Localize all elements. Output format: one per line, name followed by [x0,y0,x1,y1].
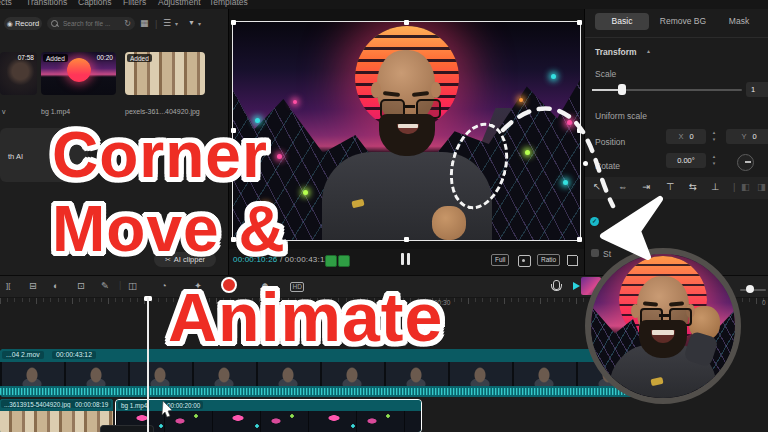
search-input[interactable] [61,19,121,28]
mirror-icon[interactable]: ◫ [128,280,137,291]
distribute-h-icon[interactable]: ⇆ [689,181,697,192]
align-bottom-icon[interactable]: ⊥ [711,181,719,192]
tab-basic[interactable]: Basic [595,13,649,30]
timeline-clip-bg-video-selected[interactable]: bg 1.mp4 00:00:20:00 [115,399,422,432]
rotate-dial[interactable] [737,154,754,171]
transform-handle[interactable] [404,237,409,242]
green-indicator[interactable] [338,255,350,267]
feature-toggle-on[interactable]: ✓ [590,217,599,226]
snapshot-icon[interactable] [518,255,531,267]
video-editor-window: Effects Transitions Captions Filters Adj… [0,0,768,432]
presenter-ear [431,82,441,98]
headline-line-1: Corner [52,118,268,192]
transform-handle[interactable] [404,20,409,25]
crop-icon[interactable]: ⊡ [77,280,85,291]
transform-handle[interactable] [577,237,582,242]
align-center-h-icon[interactable]: ⇔ [618,181,628,192]
stepper-down-icon[interactable]: ▾ [709,136,719,143]
timeline-clip-image[interactable]: ...3613915-5404920.jpg 00:00:08:19 [0,399,113,432]
rotate-stepper[interactable]: ▴ ▾ [709,153,719,168]
media-filename: pexels-361...404920.jpg [125,108,200,115]
avatar-ear [631,304,640,318]
menu-item-filters[interactable]: Filters [123,0,146,7]
timeline-clip-main-video[interactable]: ...04 2.mov 00:00:43:12 [0,349,646,397]
timeline-clip-partial[interactable] [100,425,154,432]
added-badge: Added [43,54,68,62]
mask-icon[interactable]: ◐ [53,280,59,291]
clip-waveform [0,386,646,397]
uniform-scale-label: Uniform scale [595,111,647,121]
collapse-icon[interactable]: ▴ [647,47,650,54]
stabilize-checkbox[interactable] [591,249,599,257]
divider [585,37,768,38]
search-icon [51,20,58,27]
stepper-up-icon[interactable]: ▴ [709,129,719,136]
transform-handle[interactable] [577,20,582,25]
transform-handle[interactable] [577,128,582,133]
headline-line-3: Animate [168,278,443,356]
align-select-icon[interactable]: ↖ [593,181,601,192]
menu-item-adjustment[interactable]: Adjustment [158,0,201,7]
menu-item-captions[interactable]: Captions [78,0,112,7]
filter-icon[interactable]: ▼ [188,19,195,26]
record-label: Record [15,19,39,28]
clip-name: ...3613915-5404920.jpg [1,400,73,408]
tab-mask[interactable]: Mask [717,13,761,30]
pause-button[interactable] [401,253,404,265]
transform-handle[interactable] [231,20,236,25]
scale-value[interactable]: 1 [746,82,768,97]
avatar-glasses-bridge [659,314,669,317]
stepper-down-icon[interactable]: ▾ [709,160,719,167]
sort-icon[interactable]: ☰ [163,18,171,28]
glasses-bridge [403,105,415,108]
media-item-bg-video[interactable]: Added 00:20 [41,52,116,95]
inspector-panel: Basic Remove BG Mask Transform ▴ Scale 1… [585,9,768,275]
align-right-icon[interactable]: ⇥ [642,181,650,192]
record-button[interactable]: ◉ Record [4,17,42,30]
stepper-up-icon[interactable]: ▴ [709,153,719,160]
position-y-field[interactable]: Y0 [726,129,768,144]
added-badge: Added [127,54,152,62]
clip-filmstrip [116,411,421,432]
layer-front-icon[interactable]: ◧ [741,181,750,192]
glow-dot [551,74,556,79]
scale-slider-knob[interactable] [618,84,626,95]
glow-dot [525,150,530,155]
menu-item-templates[interactable]: Templates [209,0,248,7]
ratio-button[interactable]: Ratio [537,254,560,266]
fullscreen-icon[interactable] [567,255,578,266]
menu-item-effects[interactable]: Effects [0,0,12,7]
delete-icon[interactable]: ⊟ [29,280,37,291]
align-top-icon[interactable]: ⊤ [666,181,674,192]
transform-section-label: Transform [595,47,637,57]
rotate-label: Rotate [595,161,620,171]
playhead[interactable] [147,297,149,432]
media-filename: bg 1.mp4 [41,108,70,115]
position-x-field[interactable]: X0 [666,129,706,144]
pause-button[interactable] [407,253,410,265]
tab-remove-bg[interactable]: Remove BG [653,13,713,30]
thumbnail-sun [67,58,91,82]
x-stepper[interactable]: ▴ ▾ [709,129,719,144]
full-button[interactable]: Full [491,254,509,266]
split-icon[interactable]: ][ [6,281,10,290]
rotate-value-field[interactable]: 0.00° [666,153,706,168]
media-item-pexels-image[interactable]: Added [125,52,205,95]
glow-dot [567,120,572,125]
layer-back-icon[interactable]: ◨ [757,181,766,192]
search-box[interactable]: ↻ [47,17,135,30]
draw-icon[interactable]: ✎ [101,280,109,291]
grid-view-icon[interactable]: ▦ [140,18,149,28]
y-label: Y [741,132,746,141]
glow-dot [303,190,308,195]
refresh-icon[interactable]: ↻ [124,19,131,28]
timeline-zoom-knob[interactable] [746,285,754,293]
keyframe-dot[interactable] [583,161,588,166]
microphone-icon[interactable] [553,280,560,290]
menu-item-transitions[interactable]: Transitions [26,0,67,7]
speed-icon[interactable]: ◔ [161,280,167,291]
media-item-clip[interactable]: 07:58 [0,52,37,95]
green-indicator[interactable] [325,255,337,267]
x-label: X [678,132,683,141]
alignment-toolbar: ↖ ⇔ ⇥ ⊤ ⇆ ⊥ | ◧ ◨ [585,177,768,199]
